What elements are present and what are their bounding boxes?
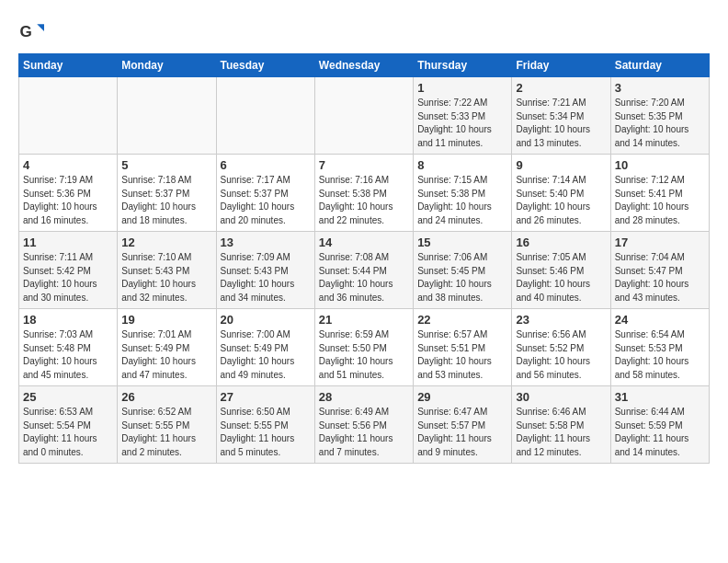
weekday-header: Wednesday [314, 54, 413, 77]
day-number: 30 [516, 390, 606, 404]
calendar-cell: 25Sunrise: 6:53 AM Sunset: 5:54 PM Dayli… [19, 386, 118, 464]
svg-text:G: G [20, 23, 32, 40]
calendar-cell: 26Sunrise: 6:52 AM Sunset: 5:55 PM Dayli… [118, 386, 216, 464]
day-number: 7 [319, 158, 409, 172]
calendar-week: 11Sunrise: 7:11 AM Sunset: 5:42 PM Dayli… [19, 232, 710, 309]
weekday-header: Monday [118, 54, 216, 77]
calendar-cell: 16Sunrise: 7:05 AM Sunset: 5:46 PM Dayli… [512, 232, 610, 309]
calendar-header: SundayMondayTuesdayWednesdayThursdayFrid… [19, 54, 710, 77]
calendar-week: 4Sunrise: 7:19 AM Sunset: 5:36 PM Daylig… [19, 155, 710, 232]
day-info: Sunrise: 6:44 AM Sunset: 5:59 PM Dayligh… [615, 406, 705, 459]
calendar-cell: 3Sunrise: 7:20 AM Sunset: 5:35 PM Daylig… [610, 77, 709, 155]
calendar-cell [19, 77, 118, 155]
day-info: Sunrise: 7:18 AM Sunset: 5:37 PM Dayligh… [121, 174, 211, 227]
day-number: 21 [319, 313, 409, 327]
day-info: Sunrise: 6:46 AM Sunset: 5:58 PM Dayligh… [516, 406, 606, 459]
calendar-cell: 31Sunrise: 6:44 AM Sunset: 5:59 PM Dayli… [610, 386, 709, 464]
logo-icon: G [18, 18, 44, 44]
day-info: Sunrise: 6:59 AM Sunset: 5:50 PM Dayligh… [319, 328, 409, 382]
svg-marker-1 [37, 24, 44, 31]
day-info: Sunrise: 7:12 AM Sunset: 5:41 PM Dayligh… [615, 174, 705, 227]
calendar-cell [118, 77, 216, 155]
day-info: Sunrise: 7:21 AM Sunset: 5:34 PM Dayligh… [516, 97, 606, 150]
day-info: Sunrise: 6:49 AM Sunset: 5:56 PM Dayligh… [319, 406, 409, 459]
day-info: Sunrise: 7:04 AM Sunset: 5:47 PM Dayligh… [615, 251, 705, 304]
day-number: 11 [23, 236, 113, 249]
day-number: 20 [221, 313, 311, 327]
calendar-cell: 11Sunrise: 7:11 AM Sunset: 5:42 PM Dayli… [19, 232, 118, 309]
day-info: Sunrise: 7:15 AM Sunset: 5:38 PM Dayligh… [417, 174, 507, 227]
day-info: Sunrise: 6:57 AM Sunset: 5:51 PM Dayligh… [417, 328, 507, 382]
day-info: Sunrise: 7:05 AM Sunset: 5:46 PM Dayligh… [516, 251, 606, 304]
day-number: 8 [417, 158, 507, 172]
weekday-row: SundayMondayTuesdayWednesdayThursdayFrid… [19, 54, 710, 77]
day-info: Sunrise: 7:11 AM Sunset: 5:42 PM Dayligh… [23, 251, 113, 304]
calendar-cell: 24Sunrise: 6:54 AM Sunset: 5:53 PM Dayli… [610, 309, 709, 386]
calendar-week: 18Sunrise: 7:03 AM Sunset: 5:48 PM Dayli… [19, 309, 710, 386]
calendar-cell: 27Sunrise: 6:50 AM Sunset: 5:55 PM Dayli… [216, 386, 314, 464]
day-number: 31 [615, 390, 705, 404]
day-number: 17 [615, 236, 705, 249]
day-info: Sunrise: 7:16 AM Sunset: 5:38 PM Dayligh… [319, 174, 409, 227]
day-info: Sunrise: 7:00 AM Sunset: 5:49 PM Dayligh… [221, 328, 311, 382]
day-number: 26 [121, 390, 211, 404]
day-info: Sunrise: 6:50 AM Sunset: 5:55 PM Dayligh… [221, 406, 311, 459]
weekday-header: Friday [512, 54, 610, 77]
day-number: 15 [417, 236, 507, 249]
weekday-header: Tuesday [216, 54, 314, 77]
day-number: 1 [417, 81, 507, 95]
calendar-cell: 15Sunrise: 7:06 AM Sunset: 5:45 PM Dayli… [414, 232, 512, 309]
calendar-cell: 1Sunrise: 7:22 AM Sunset: 5:33 PM Daylig… [414, 77, 512, 155]
day-info: Sunrise: 7:10 AM Sunset: 5:43 PM Dayligh… [121, 251, 211, 304]
calendar-cell: 22Sunrise: 6:57 AM Sunset: 5:51 PM Dayli… [414, 309, 512, 386]
day-number: 23 [516, 313, 606, 327]
calendar-cell: 18Sunrise: 7:03 AM Sunset: 5:48 PM Dayli… [19, 309, 118, 386]
day-number: 13 [221, 236, 311, 249]
day-info: Sunrise: 7:03 AM Sunset: 5:48 PM Dayligh… [23, 328, 113, 382]
calendar-week: 1Sunrise: 7:22 AM Sunset: 5:33 PM Daylig… [19, 77, 710, 155]
day-number: 18 [23, 313, 113, 327]
day-number: 27 [221, 390, 311, 404]
day-number: 25 [23, 390, 113, 404]
calendar-cell: 10Sunrise: 7:12 AM Sunset: 5:41 PM Dayli… [610, 155, 709, 232]
calendar-cell: 5Sunrise: 7:18 AM Sunset: 5:37 PM Daylig… [118, 155, 216, 232]
day-number: 24 [615, 313, 705, 327]
day-info: Sunrise: 7:09 AM Sunset: 5:43 PM Dayligh… [221, 251, 311, 304]
day-number: 12 [121, 236, 211, 249]
day-info: Sunrise: 7:22 AM Sunset: 5:33 PM Dayligh… [417, 97, 507, 150]
calendar-cell: 19Sunrise: 7:01 AM Sunset: 5:49 PM Dayli… [118, 309, 216, 386]
calendar-cell: 7Sunrise: 7:16 AM Sunset: 5:38 PM Daylig… [314, 155, 413, 232]
day-info: Sunrise: 7:17 AM Sunset: 5:37 PM Dayligh… [221, 174, 311, 227]
day-number: 10 [615, 158, 705, 172]
calendar-cell: 23Sunrise: 6:56 AM Sunset: 5:52 PM Dayli… [512, 309, 610, 386]
day-info: Sunrise: 7:20 AM Sunset: 5:35 PM Dayligh… [615, 97, 705, 150]
day-number: 3 [615, 81, 705, 95]
calendar-cell [216, 77, 314, 155]
day-number: 28 [319, 390, 409, 404]
day-number: 16 [516, 236, 606, 249]
calendar-cell: 12Sunrise: 7:10 AM Sunset: 5:43 PM Dayli… [118, 232, 216, 309]
calendar-cell [314, 77, 413, 155]
day-info: Sunrise: 7:08 AM Sunset: 5:44 PM Dayligh… [319, 251, 409, 304]
day-info: Sunrise: 6:54 AM Sunset: 5:53 PM Dayligh… [615, 328, 705, 382]
day-info: Sunrise: 6:56 AM Sunset: 5:52 PM Dayligh… [516, 328, 606, 382]
calendar-cell: 13Sunrise: 7:09 AM Sunset: 5:43 PM Dayli… [216, 232, 314, 309]
calendar-week: 25Sunrise: 6:53 AM Sunset: 5:54 PM Dayli… [19, 386, 710, 464]
day-info: Sunrise: 7:19 AM Sunset: 5:36 PM Dayligh… [23, 174, 113, 227]
calendar-cell: 14Sunrise: 7:08 AM Sunset: 5:44 PM Dayli… [314, 232, 413, 309]
day-number: 2 [516, 81, 606, 95]
calendar-cell: 28Sunrise: 6:49 AM Sunset: 5:56 PM Dayli… [314, 386, 413, 464]
calendar-cell: 9Sunrise: 7:14 AM Sunset: 5:40 PM Daylig… [512, 155, 610, 232]
calendar-body: 1Sunrise: 7:22 AM Sunset: 5:33 PM Daylig… [19, 77, 710, 464]
weekday-header: Saturday [610, 54, 709, 77]
calendar-cell: 20Sunrise: 7:00 AM Sunset: 5:49 PM Dayli… [216, 309, 314, 386]
calendar-cell: 30Sunrise: 6:46 AM Sunset: 5:58 PM Dayli… [512, 386, 610, 464]
calendar-cell: 6Sunrise: 7:17 AM Sunset: 5:37 PM Daylig… [216, 155, 314, 232]
day-info: Sunrise: 6:47 AM Sunset: 5:57 PM Dayligh… [417, 406, 507, 459]
day-number: 14 [319, 236, 409, 249]
calendar-cell: 8Sunrise: 7:15 AM Sunset: 5:38 PM Daylig… [414, 155, 512, 232]
calendar-cell: 17Sunrise: 7:04 AM Sunset: 5:47 PM Dayli… [610, 232, 709, 309]
calendar-cell: 21Sunrise: 6:59 AM Sunset: 5:50 PM Dayli… [314, 309, 413, 386]
weekday-header: Sunday [19, 54, 118, 77]
day-info: Sunrise: 7:14 AM Sunset: 5:40 PM Dayligh… [516, 174, 606, 227]
